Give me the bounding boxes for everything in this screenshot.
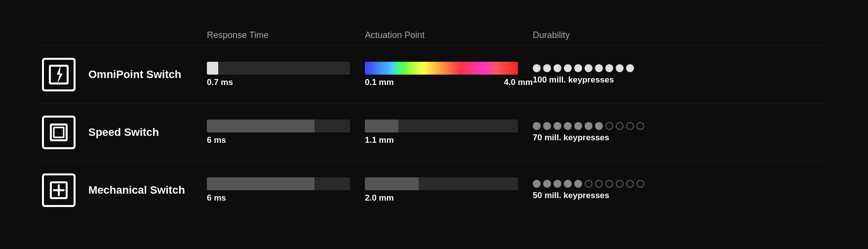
durability-col-omnipoint: 100 mill. keypresses xyxy=(533,64,681,85)
dots-row xyxy=(533,64,681,72)
switch-row-omnipoint: OmniPoint Switch 0.7 ms 0.1 mm 4.0 mm xyxy=(39,45,829,103)
dot-filled xyxy=(616,64,624,72)
durability-label: 50 mill. keypresses xyxy=(533,191,681,201)
dots-row xyxy=(533,122,681,130)
main-container: Response Time Actuation Point Durability… xyxy=(39,30,829,219)
dot-filled xyxy=(585,64,592,72)
dot-filled xyxy=(553,122,561,130)
dot-empty xyxy=(605,122,613,130)
response-time-label: 6 ms xyxy=(207,135,365,145)
switch-icon-speed xyxy=(39,113,79,152)
header-actuation-point: Actuation Point xyxy=(365,30,533,41)
dot-filled xyxy=(574,180,582,188)
actuation-labels: 2.0 mm xyxy=(365,193,533,203)
header-response-time: Response Time xyxy=(207,30,365,41)
dot-filled xyxy=(543,122,551,130)
dot-filled xyxy=(574,122,582,130)
actuation-bar-fill xyxy=(365,120,398,132)
dot-filled xyxy=(605,64,613,72)
actuation-label-right: 4.0 mm xyxy=(504,78,533,87)
dot-empty xyxy=(636,122,644,130)
dot-empty xyxy=(616,180,624,188)
dot-filled xyxy=(574,64,582,72)
actuation-label-left: 1.1 mm xyxy=(365,135,394,145)
response-bar-fill xyxy=(207,62,218,75)
dot-filled xyxy=(595,122,603,130)
durability-label: 70 mill. keypresses xyxy=(533,133,681,143)
response-bar-fill xyxy=(207,120,315,132)
actuation-label-left: 2.0 mm xyxy=(365,193,394,203)
header-row: Response Time Actuation Point Durability xyxy=(39,30,829,41)
actuation-label-left: 0.1 mm xyxy=(365,78,394,87)
dot-filled xyxy=(553,64,561,72)
svg-rect-2 xyxy=(43,117,75,148)
svg-rect-4 xyxy=(54,127,64,137)
switch-name-omnipoint: OmniPoint Switch xyxy=(79,68,207,81)
switch-data-omnipoint: 0.7 ms 0.1 mm 4.0 mm 100 mill. keypresse… xyxy=(207,62,829,87)
response-bar-container xyxy=(207,62,350,75)
actuation-col-mechanical: 2.0 mm xyxy=(365,177,533,203)
dot-filled xyxy=(533,64,541,72)
dot-filled xyxy=(585,122,592,130)
response-time-label: 0.7 ms xyxy=(207,78,365,87)
dots-row xyxy=(533,180,681,188)
switch-row-mechanical: Mechanical Switch 6 ms 2.0 mm xyxy=(39,161,829,219)
dot-empty xyxy=(626,180,634,188)
dot-filled xyxy=(543,180,551,188)
actuation-bar-container xyxy=(365,177,518,190)
switch-name-speed: Speed Switch xyxy=(79,126,207,139)
response-col-omnipoint: 0.7 ms xyxy=(207,62,365,87)
actuation-labels: 1.1 mm xyxy=(365,135,533,145)
response-bar-fill xyxy=(207,177,315,190)
switch-data-mechanical: 6 ms 2.0 mm 50 mill. keypresses xyxy=(207,177,829,203)
switch-icon-mechanical xyxy=(39,170,79,210)
header-durability: Durability xyxy=(533,30,681,41)
response-col-speed: 6 ms xyxy=(207,120,365,145)
actuation-bar-container xyxy=(365,120,518,132)
durability-col-speed: 70 mill. keypresses xyxy=(533,122,681,143)
durability-col-mechanical: 50 mill. keypresses xyxy=(533,180,681,201)
dot-empty xyxy=(636,180,644,188)
dot-empty xyxy=(585,180,592,188)
dot-empty xyxy=(595,180,603,188)
dot-filled xyxy=(564,122,572,130)
dot-filled xyxy=(533,122,541,130)
switches-container: OmniPoint Switch 0.7 ms 0.1 mm 4.0 mm xyxy=(39,45,829,219)
actuation-bar-container xyxy=(365,62,518,75)
actuation-col-omnipoint: 0.1 mm 4.0 mm xyxy=(365,62,533,87)
dot-filled xyxy=(564,180,572,188)
dot-filled xyxy=(553,180,561,188)
switch-name-mechanical: Mechanical Switch xyxy=(79,184,207,197)
dot-filled xyxy=(543,64,551,72)
actuation-bar-fill xyxy=(365,177,419,190)
response-bar-container xyxy=(207,177,350,190)
durability-label: 100 mill. keypresses xyxy=(533,75,681,85)
actuation-labels: 0.1 mm 4.0 mm xyxy=(365,78,533,87)
response-col-mechanical: 6 ms xyxy=(207,177,365,203)
switch-icon-omnipoint xyxy=(39,55,79,94)
dot-empty xyxy=(616,122,624,130)
dot-filled xyxy=(626,64,634,72)
dot-filled xyxy=(595,64,603,72)
actuation-col-speed: 1.1 mm xyxy=(365,120,533,145)
response-time-label: 6 ms xyxy=(207,193,365,203)
switch-data-speed: 6 ms 1.1 mm 70 mill. keypresses xyxy=(207,120,829,145)
dot-filled xyxy=(533,180,541,188)
response-bar-container xyxy=(207,120,350,132)
dot-empty xyxy=(626,122,634,130)
dot-filled xyxy=(564,64,572,72)
dot-empty xyxy=(605,180,613,188)
switch-row-speed: Speed Switch 6 ms 1.1 mm xyxy=(39,103,829,161)
rainbow-bar xyxy=(365,62,518,75)
